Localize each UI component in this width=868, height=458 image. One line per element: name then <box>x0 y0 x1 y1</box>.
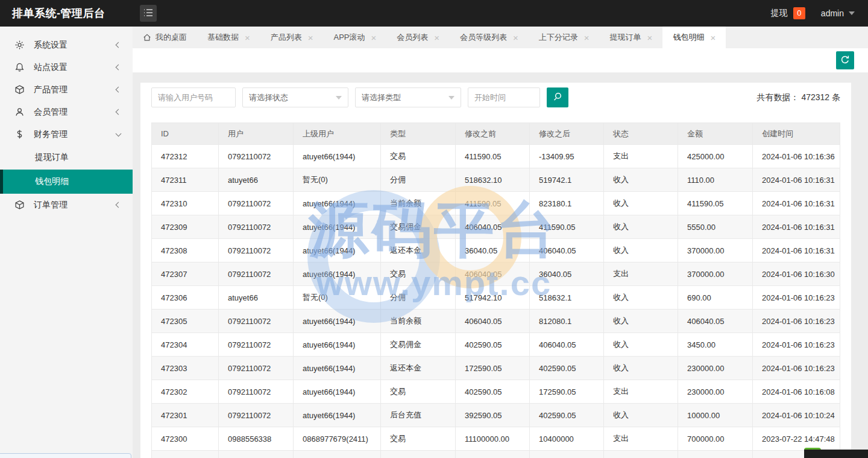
chevron-left-icon <box>116 87 122 93</box>
chevron-down-icon <box>849 11 855 15</box>
tab-withdraw-orders[interactable]: 提现订单× <box>600 27 663 48</box>
search-button[interactable] <box>547 87 568 107</box>
sidebar-item-label: 系统设置 <box>34 40 68 51</box>
sidebar-subitem-withdraw-orders[interactable]: 提现订单 <box>0 145 133 170</box>
table-cell: 402590.05 <box>530 404 604 427</box>
table-cell: 406040.05 <box>456 215 530 239</box>
table-cell: 406040.05 <box>456 310 530 333</box>
column-header: 金额 <box>678 123 753 145</box>
sidebar-item-system-settings[interactable]: 系统设置 <box>0 34 133 56</box>
tab-basic-data[interactable]: 基础数据× <box>197 27 260 48</box>
table-cell <box>294 451 381 458</box>
tab-updown-records[interactable]: 上下分记录× <box>529 27 600 48</box>
table-cell: atuyet66(1944) <box>294 145 381 168</box>
refresh-icon <box>840 55 850 66</box>
table-cell: 1110.00 <box>678 168 753 192</box>
sidebar-item-label: 站点设置 <box>34 62 68 73</box>
table-cell: 收入 <box>604 404 678 427</box>
close-icon[interactable]: × <box>513 33 518 42</box>
screenshot-tool-panel[interactable] <box>804 450 868 458</box>
status-select[interactable]: 请选择状态 <box>242 87 348 107</box>
close-icon[interactable]: × <box>371 33 377 42</box>
sidebar-item-member-management[interactable]: 会员管理 <box>0 101 133 123</box>
table-cell: 472307 <box>152 262 219 286</box>
sidebar: 系统设置站点设置产品管理会员管理财务管理提现订单钱包明细订单管理 <box>0 27 133 458</box>
table-cell: 当前余额 <box>381 192 456 215</box>
table-cell: 10400000 <box>530 427 604 451</box>
table-row-partial <box>152 451 840 458</box>
table-cell: 0792110072 <box>219 404 294 427</box>
sidebar-item-site-settings[interactable]: 站点设置 <box>0 56 133 78</box>
column-header: 类型 <box>381 123 456 145</box>
table-cell: 370000.00 <box>678 262 753 286</box>
close-icon[interactable]: × <box>647 33 653 42</box>
sidebar-item-product-management[interactable]: 产品管理 <box>0 78 133 101</box>
sidebar-toggle-button[interactable] <box>140 5 157 22</box>
table-cell: 472305 <box>152 310 219 333</box>
tab-app-scroll[interactable]: APP滚动× <box>324 27 387 48</box>
table-cell: 2024-01-06 10:16:08 <box>753 380 840 404</box>
tab-label: 提现订单 <box>610 32 641 43</box>
dollar-icon <box>14 129 25 140</box>
close-icon[interactable]: × <box>434 33 439 42</box>
close-icon[interactable]: × <box>710 33 715 42</box>
table-cell: 返还本金 <box>381 239 456 262</box>
tab-wallet-details[interactable]: 钱包明细× <box>662 27 726 48</box>
table-cell: atuyet66(1944) <box>294 310 381 333</box>
table-cell: 2024-01-06 10:16:30 <box>753 262 840 286</box>
table-cell: 0988556338 <box>219 427 294 451</box>
withdraw-link[interactable]: 提现 <box>771 8 788 19</box>
table-cell: atuyet66 <box>219 168 294 192</box>
type-select[interactable]: 请选择类型 <box>355 87 461 107</box>
column-header: 状态 <box>604 123 678 145</box>
table-cell: 交易 <box>381 145 456 168</box>
table-row: 4723040792110072atuyet66(1944)交易佣金402590… <box>152 333 840 357</box>
tab-member-list[interactable]: 会员列表× <box>386 27 450 48</box>
header-right: 提现 0 admin <box>771 7 868 19</box>
sidebar-subitem-label: 钱包明细 <box>35 176 69 187</box>
table-cell: 0792110072 <box>219 192 294 215</box>
column-header: 修改之前 <box>456 123 530 145</box>
table-cell: 518632.1 <box>530 286 604 310</box>
user-number-input[interactable] <box>151 87 236 107</box>
table-cell: 分佣 <box>381 286 456 310</box>
tab-my-desktop[interactable]: 我的桌面 <box>133 27 197 48</box>
wallet-table: ID用户上级用户类型修改之前修改之后状态金额创建时间 4723120792110… <box>151 122 840 458</box>
user-icon <box>14 107 25 118</box>
tab-label: 我的桌面 <box>156 32 187 43</box>
sidebar-subitem-wallet-details[interactable]: 钱包明细 <box>0 170 133 194</box>
table-cell: 411590.05 <box>530 215 604 239</box>
close-icon[interactable]: × <box>308 33 313 42</box>
table-row: 4723010792110072atuyet66(1944)后台充值392590… <box>152 404 840 427</box>
refresh-button[interactable] <box>836 51 854 69</box>
sidebar-item-order-management[interactable]: 订单管理 <box>0 194 133 216</box>
chevron-left-icon <box>116 65 122 71</box>
table-row: 4723070792110072atuyet66(1944)交易406040.0… <box>152 262 840 286</box>
tab-member-level-list[interactable]: 会员等级列表× <box>450 27 529 48</box>
table-cell: 411590.05 <box>456 192 530 215</box>
table-header-row: ID用户上级用户类型修改之前修改之后状态金额创建时间 <box>152 123 840 145</box>
close-icon[interactable]: × <box>245 33 250 42</box>
table-cell: 406040.05 <box>530 239 604 262</box>
table-cell: 2024-01-06 10:16:31 <box>753 192 840 215</box>
table-cell: 0792110072 <box>219 262 294 286</box>
close-icon[interactable]: × <box>584 33 590 42</box>
table-cell: 406040.05 <box>678 310 753 333</box>
hamburger-icon <box>143 8 153 19</box>
table-cell <box>678 451 753 458</box>
user-menu[interactable]: admin <box>821 8 844 18</box>
start-time-input[interactable] <box>468 87 540 107</box>
table-row: 4723090792110072atuyet66(1944)交易佣金406040… <box>152 215 840 239</box>
table-cell: 472300 <box>152 427 219 451</box>
table-cell: 支出 <box>604 380 678 404</box>
content-card: 请选择状态 请选择类型 共有数据： 472312 条 <box>140 83 851 458</box>
tab-product-list[interactable]: 产品列表× <box>260 27 324 48</box>
column-header: 用户 <box>219 123 294 145</box>
total-unit: 条 <box>832 92 840 102</box>
table-cell: 406040.05 <box>456 262 530 286</box>
sidebar-item-finance-management[interactable]: 财务管理 <box>0 123 133 145</box>
table-cell: 230000.00 <box>678 380 753 404</box>
table-cell: 0792110072 <box>219 357 294 380</box>
chevron-down-icon <box>116 130 122 136</box>
table-cell: 支出 <box>604 145 678 168</box>
